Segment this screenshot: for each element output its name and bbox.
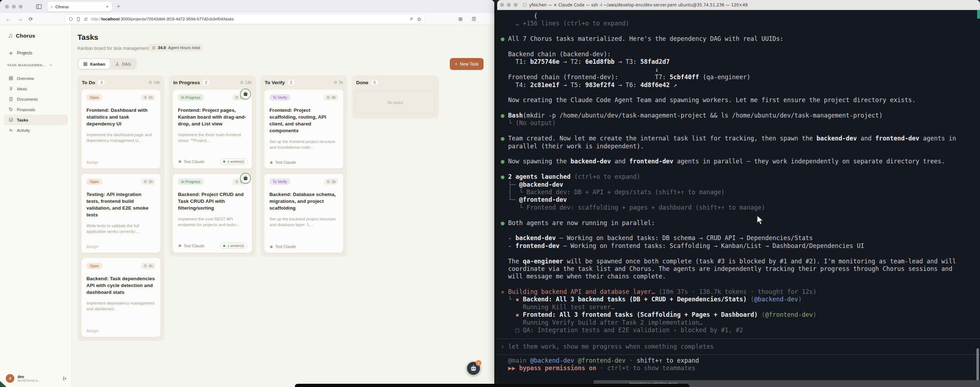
column-cards <box>352 89 439 89</box>
status-badge: To Verify <box>269 178 290 185</box>
column-header: Done0 <box>352 76 439 89</box>
terminal-line: - frontend-dev — Working on frontend tas… <box>501 242 980 250</box>
window-close-button[interactable] <box>5 5 9 9</box>
arrow-left-icon <box>9 51 13 56</box>
task-card[interactable]: To Verify4hFrontend: Project scaffolding… <box>264 89 344 169</box>
task-card[interactable]: Open5hFrontend: Dashboard with statistic… <box>81 89 161 169</box>
terminal-line: T1: b275746e → T2: 6e1d8fbb → T3: 58fad2… <box>501 58 980 65</box>
app-logo[interactable]: ♫ Chorus <box>8 32 35 40</box>
task-card[interactable]: In Progress8hFrontend: Project pages, Ka… <box>173 89 252 169</box>
terminal-status-bar: @main @backend-dev @frontend-dev · shift… <box>501 357 699 372</box>
column-name: To Verify <box>265 80 285 85</box>
terminal-minimize-button[interactable] <box>507 3 511 7</box>
terminal-scrollbar[interactable] <box>977 348 979 381</box>
terminal-input[interactable]: › let them work, show me progress when s… <box>497 339 980 355</box>
new-tab-button[interactable]: + <box>117 3 120 9</box>
terminal-line: ├─ @backend-dev <box>501 181 980 189</box>
kanban-column-to-verify: To Verify27hTo Verify4hFrontend: Project… <box>261 76 347 257</box>
status-badge: In Progress <box>178 94 204 101</box>
page-title: Tasks <box>78 33 98 41</box>
task-card[interactable]: Open4hBackend: Task dependencies API wit… <box>81 258 161 337</box>
column-header: To Do314h <box>78 76 164 89</box>
terminal-line: coordinate via the task list and Chorus.… <box>501 265 980 273</box>
card-assignee: Test Claude <box>269 160 296 165</box>
task-card[interactable]: In Progress5hBackend: Project CRUD and T… <box>173 173 252 253</box>
card-hours: 4h <box>324 94 338 101</box>
reload-button[interactable]: ⟳ <box>29 13 33 25</box>
page-subtitle: Kanban board for task management <box>78 46 149 51</box>
terminal-line: ● Now spawning the backend-dev and front… <box>501 158 980 165</box>
sidebar-item-label: Activity <box>17 128 30 133</box>
sidebar-item-proposals[interactable]: Proposals <box>3 104 68 115</box>
terminal-line: ▶▶ bypass permissions on · ctrl+t to sho… <box>501 365 699 372</box>
tab-manager-icon[interactable] <box>36 3 42 9</box>
sidebar-item-overview[interactable]: Overview <box>3 73 68 84</box>
browser-window: ♪ Chorus ✕ + ← → ⟳ http://localhost:3000… <box>0 0 494 387</box>
terminal-zoom-button[interactable] <box>514 3 518 7</box>
clock-icon <box>152 46 156 50</box>
plus-icon: + <box>455 62 457 67</box>
empty-column-placeholder: No tasks <box>355 90 435 114</box>
shield-icon <box>68 17 73 22</box>
terminal-close-button[interactable] <box>500 3 504 7</box>
chat-widget-button[interactable]: 2 <box>466 361 480 376</box>
card-description: Implement the dashboard page and depende… <box>86 132 155 143</box>
sidebar-item-activity[interactable]: Activity <box>3 125 68 135</box>
logout-icon[interactable] <box>62 376 67 381</box>
column-cards: In Progress8hFrontend: Project pages, Ka… <box>169 89 256 253</box>
extensions-icon[interactable]: ⊞ <box>458 13 463 25</box>
terminal-line: └ Frontend dev: scaffolding + pages + da… <box>501 204 980 211</box>
projects-label: Projects <box>17 51 32 56</box>
user-row[interactable]: d dev dev@chorus.io... <box>6 374 67 383</box>
forward-button[interactable]: → <box>17 13 22 25</box>
terminal-line: @main @backend-dev @frontend-dev · shift… <box>501 357 699 365</box>
dock-bar <box>295 384 689 387</box>
back-button[interactable]: ← <box>6 13 11 25</box>
terminal-body: { … +156 lines (ctrl+o to expand) ● All … <box>497 10 980 381</box>
new-task-button[interactable]: + New Task <box>450 58 484 70</box>
terminal-line: └ (No output) <box>501 119 980 127</box>
column-hours: 14h <box>148 80 160 84</box>
terminal-line: T4: 2c81ee1f → T5: 983ef2f4 → T6: 4d8f6e… <box>501 81 980 89</box>
assign-button[interactable]: Assign <box>86 160 98 165</box>
view-toggle: Kanban DAG <box>78 58 137 70</box>
sidebar-item-tasks[interactable]: Tasks <box>3 115 68 125</box>
sidebar-item-documents[interactable]: Documents <box>3 94 68 104</box>
tab-kanban[interactable]: Kanban <box>78 59 110 69</box>
sidebar-nav: OverviewIdeasDocumentsProposalsTasksActi… <box>3 73 68 135</box>
tab-close-icon[interactable]: ✕ <box>106 5 109 9</box>
terminal-window-title: yfeichen — ✳ Claude Code — ssh -i ~/aws/… <box>523 3 748 8</box>
status-badge: In Progress <box>178 178 204 185</box>
assign-button[interactable]: Assign <box>86 244 98 249</box>
sidebar-item-ideas[interactable]: Ideas <box>3 84 68 94</box>
terminal-line: parallel (their work is independent). <box>501 143 980 150</box>
project-selector-label: TASK MANAGEMEN... <box>7 63 46 67</box>
project-selector[interactable]: TASK MANAGEMEN... <box>7 63 53 67</box>
card-description: Implement dependency management and dash… <box>86 300 155 312</box>
browser-tab[interactable]: ♪ Chorus ✕ <box>47 2 112 11</box>
tab-dag[interactable]: DAG <box>110 59 135 69</box>
menu-icon[interactable]: ☰ <box>472 13 476 25</box>
url-bar[interactable]: http://localhost:3000/projects/72643dd4-… <box>65 14 425 24</box>
agent-avatar[interactable] <box>240 173 251 184</box>
task-card[interactable]: To Verify3hBackend: Database schema, mig… <box>264 173 344 253</box>
bookmark-star-icon[interactable] <box>417 17 422 22</box>
grid-icon <box>9 76 13 81</box>
terminal-line <box>501 227 980 234</box>
back-to-projects[interactable]: Projects <box>9 51 32 56</box>
window-minimize-button[interactable] <box>12 5 16 9</box>
card-description: Implement the core REST API endpoints fo… <box>178 216 247 228</box>
terminal-scroll-marker <box>977 10 980 19</box>
task-card[interactable]: Open5hTesting: API integration tests, fr… <box>81 173 161 253</box>
terminal-line: … +156 lines (ctrl+o to expand) <box>501 20 980 27</box>
kanban-grid-icon <box>83 62 88 66</box>
assign-button[interactable]: Assign <box>86 328 98 333</box>
reader-view-icon[interactable] <box>409 17 414 22</box>
kanban-board: To Do314hOpen5hFrontend: Dashboard with … <box>78 76 489 341</box>
window-zoom-button[interactable] <box>19 5 22 9</box>
column-name: In Progress <box>173 80 200 85</box>
agent-avatar[interactable] <box>240 89 251 100</box>
sidebar-item-label: Proposals <box>17 108 35 112</box>
terminal-line: ✳ Building backend API and database laye… <box>501 288 980 296</box>
card-title: Frontend: Project pages, Kanban board wi… <box>178 107 247 127</box>
